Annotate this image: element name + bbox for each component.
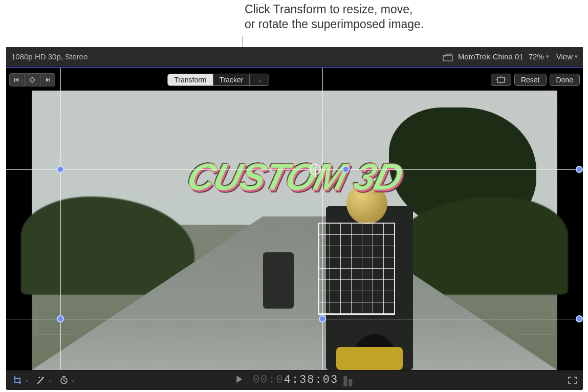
viewer-info-bar: 1080p HD 30p, Stereo MotoTrek-China 01 7…: [6, 47, 583, 67]
play-icon[interactable]: [235, 375, 243, 385]
clapper-icon[interactable]: [443, 52, 453, 61]
svg-rect-3: [497, 77, 505, 82]
keyframe-add-button[interactable]: [25, 73, 40, 86]
tracker-segment[interactable]: Tracker: [213, 74, 250, 85]
fullscreen-button[interactable]: [568, 376, 578, 384]
transform-guide: [6, 169, 583, 170]
crop-tool-menu[interactable]: ⌄: [11, 375, 31, 386]
timecode-dim: 00:0: [253, 374, 284, 386]
view-dropdown[interactable]: View ▾: [556, 52, 578, 61]
transform-guide: [6, 319, 583, 319]
viewer-bottom-toolbar: ⌄ ⌄ ⌄ 00:04:38:03: [6, 370, 583, 389]
transform-segment[interactable]: Transform: [168, 74, 212, 85]
tracker-options-segment[interactable]: ⌄: [249, 74, 269, 85]
safe-zone-corner: [518, 95, 554, 125]
transform-handle[interactable]: [576, 315, 583, 322]
annotation-callout: Click Transform to resize, move, or rota…: [245, 2, 424, 32]
chevron-down-icon: ⌄: [71, 377, 75, 383]
enhance-tool-menu[interactable]: ⌄: [34, 375, 54, 386]
anchor-point-icon[interactable]: [310, 164, 321, 175]
transport-display: 00:04:38:03: [235, 374, 354, 386]
tracker-segment-label: Tracker: [220, 76, 244, 84]
chevron-down-icon: ▾: [546, 53, 549, 60]
safe-zone-corner: [35, 304, 71, 335]
svg-rect-2: [50, 78, 51, 82]
keyframe-nav: [9, 73, 55, 86]
transform-segment-label: Transform: [174, 76, 206, 84]
viewer-panel: 1080p HD 30p, Stereo MotoTrek-China 01 7…: [6, 47, 583, 390]
transform-handle[interactable]: [342, 166, 350, 173]
transform-handle[interactable]: [319, 315, 326, 322]
svg-rect-1: [14, 78, 15, 82]
safe-zone-corner: [35, 95, 71, 125]
annotation-line-2: or rotate the superimposed image.: [245, 17, 424, 32]
keyframe-prev-button[interactable]: [9, 73, 25, 86]
video-frame: [32, 91, 557, 370]
superimposed-title[interactable]: CUSTOM 3D: [183, 155, 407, 199]
transform-handle[interactable]: [57, 166, 64, 173]
safe-zone-corner: [518, 304, 554, 335]
chevron-down-icon: ⌄: [48, 377, 52, 383]
done-button[interactable]: Done: [550, 74, 580, 86]
video-rider: [263, 252, 294, 309]
viewer-overlay-toolbar: Transform Tracker ⌄ Reset Done: [9, 73, 580, 86]
transform-handle[interactable]: [57, 315, 64, 322]
mode-segmented-control: Transform Tracker ⌄: [167, 74, 269, 86]
chevron-down-icon: ▾: [575, 53, 578, 60]
overscan-toggle-button[interactable]: [491, 74, 511, 86]
annotation-line-1: Click Transform to resize, move,: [245, 2, 424, 17]
chevron-down-icon: ⌄: [258, 77, 263, 83]
tracker-region[interactable]: [318, 223, 395, 315]
chevron-down-icon: ⌄: [25, 377, 29, 383]
view-label: View: [556, 52, 573, 61]
transform-guide: [322, 68, 323, 370]
keyframe-next-button[interactable]: [40, 73, 55, 86]
transform-guide: [60, 68, 61, 370]
timecode-lit: 4:38:03: [284, 374, 338, 386]
audio-meter-icon: [343, 374, 354, 386]
viewer-canvas[interactable]: Transform Tracker ⌄ Reset Done: [6, 68, 583, 370]
transform-handle[interactable]: [576, 166, 583, 173]
reset-button-label: Reset: [521, 76, 540, 84]
reset-button[interactable]: Reset: [514, 74, 547, 86]
retime-tool-menu[interactable]: ⌄: [57, 375, 77, 386]
timecode-display[interactable]: 00:04:38:03: [253, 374, 338, 386]
zoom-value: 72%: [529, 52, 544, 61]
format-label: 1080p HD 30p, Stereo: [11, 52, 88, 61]
video-wheel: [354, 334, 395, 370]
done-button-label: Done: [556, 76, 573, 84]
zoom-dropdown[interactable]: 72% ▾: [529, 52, 549, 61]
clip-name: MotoTrek-China 01: [458, 52, 524, 61]
